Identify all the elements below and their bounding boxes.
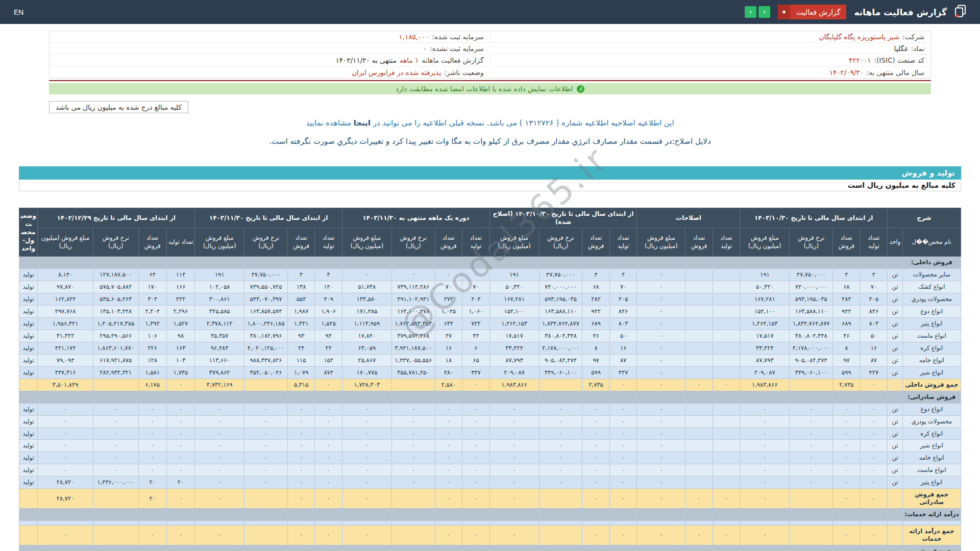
- value-cell: [166, 545, 194, 551]
- table-row: محصولات پودريتن۰۰۰۰۰۰۰۰۰۰۰۰۰۰۰۰۰۰۰۰۰تولی…: [19, 415, 961, 428]
- product-name-cell: انواع کره: [902, 342, 961, 354]
- top-navbar: گزارش فعالیت ماهانه گزارش فعالیت ▼ › ‹ E…: [0, 0, 980, 24]
- value-cell: ۰: [195, 489, 244, 509]
- value-cell: ۴,۱۷۸,۰۰۰,۰۰۰: [790, 342, 833, 354]
- value-cell: ۵۱,۷۳۸: [342, 281, 391, 293]
- value-cell: ۱۱۴: [166, 269, 194, 281]
- value-cell: [637, 257, 685, 269]
- value-cell: ۰: [342, 525, 391, 545]
- group-header-corrections: اصلاحات: [637, 208, 740, 228]
- previous-version-link[interactable]: اینجا: [354, 118, 371, 128]
- value-cell: ۰: [38, 403, 93, 415]
- value-cell: ۰: [833, 440, 861, 452]
- value-cell: [342, 391, 391, 403]
- value-cell: ۱,۱۱۳,۹۵۹: [342, 318, 391, 330]
- column-header: مبلغ فروش (میلیون ریال): [342, 228, 391, 257]
- value-cell: [244, 489, 288, 509]
- value-cell: ۰: [833, 452, 861, 464]
- value-cell: [740, 509, 790, 521]
- value-cell: ۰: [637, 525, 685, 545]
- value-cell: [435, 257, 462, 269]
- value-cell: [713, 477, 740, 489]
- value-cell: [539, 509, 582, 521]
- value-cell: ۷۰: [435, 281, 462, 293]
- value-cell: ۰: [391, 269, 435, 281]
- value-cell: [391, 509, 435, 521]
- value-cell: [93, 391, 138, 403]
- value-cell: ۰: [740, 477, 790, 489]
- value-cell: ۰: [166, 415, 194, 428]
- value-cell: ۰: [244, 403, 288, 415]
- unit-cell: تن: [888, 428, 903, 440]
- value-cell: [833, 509, 861, 521]
- value-cell: ۱۶۳: [166, 342, 194, 354]
- unit-cell: [888, 545, 903, 551]
- product-status-cell: تولید: [19, 403, 38, 415]
- value-cell: ۰: [637, 269, 685, 281]
- value-cell: ۰: [244, 452, 288, 464]
- value-cell: ۸۷۴: [315, 366, 342, 379]
- unit-cell: تن: [888, 281, 903, 293]
- symbol-cell: نماد: غگلپا: [490, 44, 931, 53]
- production-sales-table: شرح از ابتدای سال مالی تا تاریخ ۱۴۰۳/۱۰/…: [19, 208, 961, 551]
- value-cell: [462, 257, 490, 269]
- value-cell: [93, 257, 138, 269]
- next-report-button[interactable]: ›: [758, 6, 770, 18]
- value-cell: [138, 391, 166, 403]
- value-cell: ۱,۹۸۷: [287, 306, 315, 318]
- value-cell: [138, 257, 166, 269]
- report-type-dropdown[interactable]: گزارش فعالیت ▼: [778, 5, 847, 19]
- value-cell: ۰: [609, 440, 637, 452]
- value-cell: ۰: [138, 452, 166, 464]
- value-cell: ۹۴: [315, 330, 342, 342]
- value-cell: ۰: [138, 525, 166, 545]
- value-cell: ۰: [860, 477, 888, 489]
- product-name-cell: انواع دوغ: [902, 403, 961, 415]
- value-cell: ۰: [489, 415, 539, 428]
- value-cell: ۰: [740, 415, 790, 428]
- value-cell: ۲۸۲,۹۳۲,۳۲۱: [93, 366, 138, 379]
- value-cell: [713, 366, 740, 379]
- value-cell: ۰: [860, 452, 888, 464]
- value-cell: ۰: [435, 489, 462, 509]
- value-cell: [195, 509, 244, 521]
- value-cell: ۱۷۰: [138, 281, 166, 293]
- value-cell: ۰: [166, 489, 194, 509]
- product-name-cell: انواع پنیر: [902, 318, 961, 330]
- value-cell: ۰: [435, 452, 462, 464]
- prev-report-button[interactable]: ‹: [745, 6, 756, 18]
- value-cell: [685, 440, 713, 452]
- value-cell: [685, 477, 713, 489]
- value-cell: [713, 330, 740, 342]
- company-cell: شرکت: شیر پاستوریزه پگاه گلپایگان: [490, 32, 931, 41]
- value-cell: [287, 545, 315, 551]
- value-cell: ۲,۳۷۸,۱۱۲: [195, 318, 244, 330]
- value-cell: ۲۰۹,۰۸۷: [489, 366, 539, 379]
- value-cell: ۰: [244, 440, 288, 452]
- value-cell: ۰: [637, 489, 685, 509]
- value-cell: ۹۸: [166, 330, 194, 342]
- value-cell: [685, 464, 713, 477]
- symbol-label: نماد:: [911, 44, 924, 53]
- value-cell: ۰: [166, 452, 194, 464]
- value-cell: ۵۳۵,۶۰۵,۲۶۳: [93, 293, 138, 306]
- value-cell: ۵۵۴: [287, 293, 315, 306]
- value-cell: ۱۰۲,۰۵۸: [195, 281, 244, 293]
- product-name-cell: جمع درآمد ارائه خدمات: [902, 525, 961, 545]
- product-status-cell: تولید: [19, 366, 38, 379]
- column-header: تعداد فروش: [685, 228, 713, 257]
- value-cell: [315, 257, 342, 269]
- company-value: شیر پاستوریزه پگاه گلپایگان: [819, 33, 899, 41]
- value-cell: ۰: [489, 403, 539, 415]
- value-cell: ۱,۴۳۷,۰۵۵,۵۵۶: [391, 354, 435, 366]
- column-header: تعداد فروش: [435, 228, 462, 257]
- column-header: مبلغ فروش (میلیون ریال): [740, 228, 790, 257]
- value-cell: ۰: [93, 415, 138, 428]
- value-cell: [539, 257, 582, 269]
- value-cell: ۰: [138, 464, 166, 477]
- value-cell: ۲۰: [166, 477, 194, 489]
- value-cell: [833, 521, 861, 525]
- language-toggle-en[interactable]: EN: [14, 8, 23, 16]
- table-row: انواع شیرتن۴۲۷۵۹۹۳۴۹,۰۶۰,۱۰۰۲۰۹,۰۸۷۰۴۲۷۵…: [19, 366, 961, 379]
- value-cell: ۳۷۹,۵۷۴,۴۶۸: [391, 330, 435, 342]
